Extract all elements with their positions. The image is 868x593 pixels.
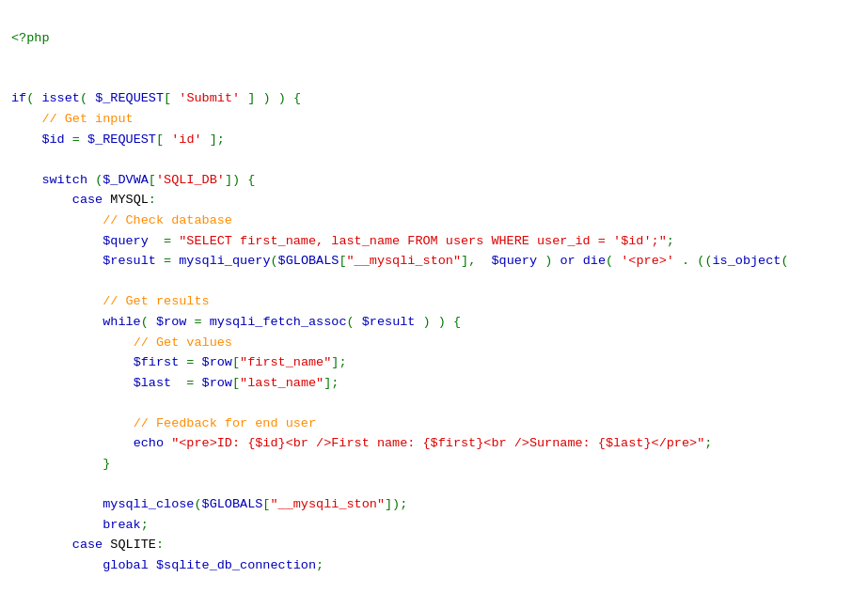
code-display: <?php if( isset( $_REQUEST[ 'Submit' ] )… [0,0,868,593]
